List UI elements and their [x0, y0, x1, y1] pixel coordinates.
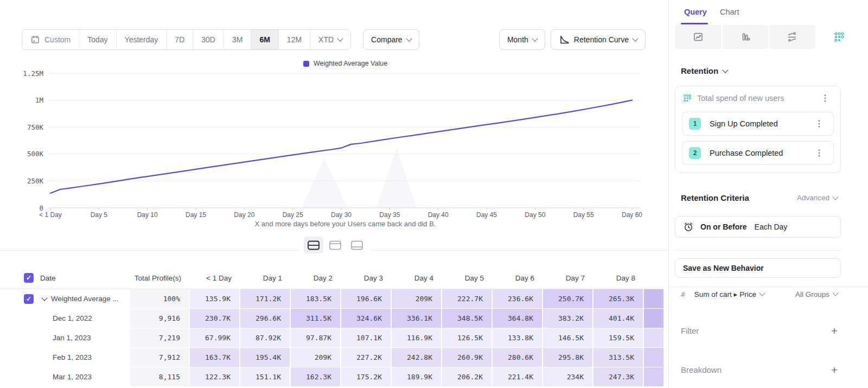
column-header[interactable]: Day 1 — [240, 267, 291, 289]
retention-cell[interactable]: 97.87K — [291, 328, 341, 348]
step-menu-button[interactable]: ⋮ — [812, 148, 827, 158]
column-header[interactable]: < 1 Day — [190, 267, 240, 289]
measure-property-dropdown[interactable]: Sum of cart ▸ Price — [691, 289, 768, 299]
retention-cell[interactable]: 247.3K — [593, 367, 644, 387]
column-header[interactable]: Day 2 — [291, 267, 341, 289]
layout-chart-button[interactable] — [326, 237, 345, 253]
retention-cell[interactable]: 230.7K — [190, 309, 240, 328]
column-header-date: ✓Date — [0, 267, 130, 289]
save-as-new-behavior-button[interactable]: Save as New Behavior — [675, 258, 841, 278]
retention-cell[interactable]: 209K — [392, 289, 442, 309]
retention-cell[interactable]: 295.8K — [543, 348, 593, 367]
column-header[interactable]: Day 4 — [392, 267, 442, 289]
retention-cell[interactable]: 183.5K — [291, 289, 341, 309]
retention-cell[interactable]: 401.4K — [593, 309, 644, 328]
chart-legend[interactable]: Weighted Average Value — [13, 60, 678, 67]
layout-split-button[interactable] — [304, 237, 323, 253]
tab-query[interactable]: Query — [681, 7, 710, 17]
retention-cell[interactable]: 336.1K — [392, 309, 442, 328]
retention-cell[interactable]: 227.2K — [341, 348, 392, 367]
retention-condition-row[interactable]: On or Before Each Day — [675, 216, 841, 238]
retention-cell[interactable]: 196.6K — [341, 289, 392, 309]
range-7d[interactable]: 7D — [166, 30, 193, 49]
retention-cell[interactable]: 189.9K — [392, 367, 442, 387]
weighted-average-line[interactable] — [50, 100, 632, 193]
retention-cell[interactable]: 159.5K — [593, 328, 644, 348]
range-3m[interactable]: 3M — [224, 30, 251, 49]
retention-cell[interactable]: 383.2K — [543, 309, 593, 328]
groups-dropdown[interactable]: All Groups — [792, 290, 841, 299]
range-label: 7D — [175, 35, 184, 44]
range-xtd[interactable]: XTD — [310, 30, 350, 49]
insights-icon[interactable] — [675, 25, 722, 49]
retention-cell[interactable]: 236.6K — [493, 289, 543, 309]
add-breakdown-button[interactable]: + — [828, 364, 841, 376]
retention-icon[interactable] — [816, 25, 863, 49]
retention-cell[interactable]: 116.9K — [392, 328, 442, 348]
retention-cell[interactable]: 151.1K — [240, 367, 291, 387]
granularity-button[interactable]: Month — [499, 29, 545, 50]
retention-cell[interactable]: 348.5K — [442, 309, 493, 328]
advanced-dropdown[interactable]: Advanced — [794, 193, 841, 202]
retention-cell[interactable]: 222.7K — [442, 289, 493, 309]
retention-cell[interactable]: 162.3K — [291, 367, 341, 387]
add-filter-button[interactable]: + — [828, 325, 841, 337]
retention-cell[interactable]: 67.99K — [190, 328, 240, 348]
retention-cell[interactable]: 163.7K — [190, 348, 240, 367]
retention-cell[interactable]: 296.6K — [240, 309, 291, 328]
retention-cell[interactable]: 265.3K — [593, 289, 644, 309]
retention-cell[interactable]: 250.7K — [543, 289, 593, 309]
retention-cell[interactable]: 146.5K — [543, 328, 593, 348]
funnels-icon[interactable] — [723, 25, 769, 49]
retention-cell[interactable]: 135.9K — [190, 289, 240, 309]
behavior-menu-button[interactable]: ⋮ — [818, 93, 833, 103]
range-30d[interactable]: 30D — [193, 30, 224, 49]
retention-cell[interactable]: 221.4K — [493, 367, 543, 387]
retention-cell[interactable]: 209K — [291, 348, 341, 367]
select-all-checkbox[interactable]: ✓ — [24, 273, 34, 283]
row-checkbox[interactable]: ✓ — [24, 294, 34, 304]
retention-cell[interactable]: 324.6K — [341, 309, 392, 328]
flows-icon[interactable] — [769, 25, 815, 49]
retention-cell[interactable]: 122.3K — [190, 367, 240, 387]
retention-cell[interactable]: 107.1K — [341, 328, 392, 348]
column-header[interactable]: Day 8 — [593, 267, 644, 289]
layout-table-button[interactable] — [347, 237, 367, 253]
chart-type-button[interactable]: Retention Curve — [551, 29, 646, 50]
column-header[interactable]: Total Profile(s) — [130, 267, 190, 289]
retention-cell-partial — [644, 309, 665, 328]
retention-curve-chart[interactable]: 1.25M1M750K500K250K0< 1 DayDay 5Day 10Da… — [0, 67, 668, 223]
range-12m[interactable]: 12M — [278, 30, 310, 49]
tab-chart[interactable]: Chart — [717, 7, 742, 17]
range-yesterday[interactable]: Yesterday — [116, 30, 167, 49]
retention-cell[interactable]: 234K — [543, 367, 593, 387]
range-6m[interactable]: 6M — [251, 30, 278, 49]
retention-cell[interactable]: 171.2K — [240, 289, 291, 309]
retention-cell[interactable]: 364.8K — [493, 309, 543, 328]
retention-cell[interactable]: 260.9K — [442, 348, 493, 367]
column-header[interactable]: Day 7 — [543, 267, 593, 289]
retention-cell[interactable]: 242.8K — [392, 348, 442, 367]
retention-cell[interactable]: 206.2K — [442, 367, 493, 387]
behavior-step[interactable]: 1Sign Up Completed⋮ — [682, 112, 834, 136]
retention-cell[interactable]: 195.4K — [240, 348, 291, 367]
retention-cell[interactable]: 126.5K — [442, 328, 493, 348]
column-header[interactable]: Day 3 — [341, 267, 392, 289]
retention-cell[interactable]: 280.6K — [493, 348, 543, 367]
retention-section-header[interactable]: Retention — [681, 66, 727, 75]
column-header[interactable]: Day 5 — [442, 267, 493, 289]
range-custom[interactable]: Custom — [22, 30, 79, 49]
groups-label: All Groups — [795, 290, 829, 298]
retention-cell[interactable]: 133.8K — [493, 328, 543, 348]
y-axis-tick-label: 750K — [27, 123, 44, 131]
column-header[interactable]: Day 6 — [493, 267, 543, 289]
retention-cell[interactable]: 313.5K — [593, 348, 644, 367]
retention-cell[interactable]: 87.92K — [240, 328, 291, 348]
expand-caret-icon[interactable] — [41, 295, 47, 301]
compare-button[interactable]: Compare — [363, 29, 419, 50]
range-today[interactable]: Today — [79, 30, 116, 49]
step-menu-button[interactable]: ⋮ — [812, 119, 827, 129]
retention-cell[interactable]: 175.2K — [341, 367, 392, 387]
behavior-step[interactable]: 2Purchase Completed⋮ — [682, 141, 834, 165]
retention-cell[interactable]: 311.5K — [291, 309, 341, 328]
